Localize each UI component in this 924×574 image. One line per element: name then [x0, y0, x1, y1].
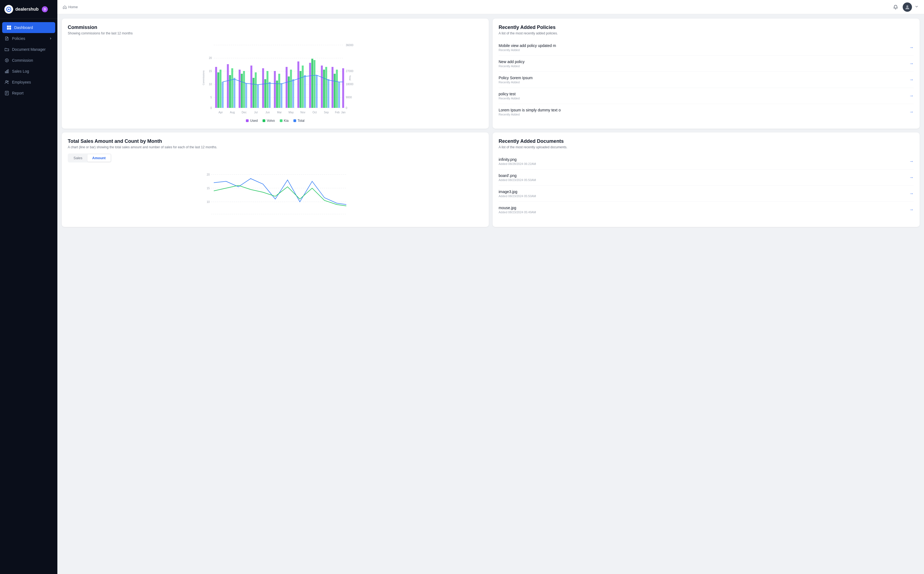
commission-chart-card: Commission Showing commissions for the l…	[62, 19, 489, 129]
logo-badge: D	[42, 6, 48, 12]
doc-item-2: image3.jpg Added 08/23/2024 05:50AM →	[499, 186, 914, 202]
svg-text:27000: 27000	[346, 69, 354, 73]
dashboard-content: Commission Showing commissions for the l…	[57, 14, 924, 574]
doc-arrow[interactable]: →	[909, 159, 914, 164]
svg-rect-10	[8, 69, 8, 73]
sidebar: dealershub D Dashboard Policies Document…	[0, 0, 57, 574]
svg-rect-63	[292, 79, 294, 108]
sidebar-item-label: Dashboard	[14, 25, 33, 30]
grid-icon	[6, 25, 11, 30]
svg-rect-48	[251, 66, 253, 108]
svg-text:20: 20	[207, 173, 210, 176]
tab-amount[interactable]: Amount	[87, 154, 111, 162]
logo-area: dealershub D	[0, 0, 57, 19]
doc-name: board'.png	[499, 173, 536, 178]
sales-tab-group: Sales Amount	[68, 153, 112, 162]
commission-legend: Used Volvo Kia Total	[68, 119, 483, 123]
policies-list: Mobile view add policy updated m Recentl…	[499, 39, 914, 120]
legend-kia: Kia	[280, 119, 289, 123]
policy-arrow[interactable]: →	[909, 77, 914, 82]
bar-chart-icon	[5, 69, 9, 74]
user-avatar[interactable]	[903, 2, 912, 12]
doc-arrow[interactable]: →	[909, 207, 914, 212]
svg-rect-78	[336, 69, 338, 108]
notification-bell[interactable]	[891, 3, 900, 11]
svg-rect-46	[243, 71, 245, 108]
sidebar-item-commission[interactable]: Commission	[0, 55, 57, 66]
svg-rect-71	[316, 75, 318, 108]
svg-point-17	[907, 5, 908, 7]
doc-arrow[interactable]: →	[909, 175, 914, 180]
policy-item-3: policy test Recently Added →	[499, 88, 914, 104]
svg-rect-74	[325, 67, 327, 108]
svg-text:15: 15	[207, 187, 210, 190]
legend-volvo-dot	[262, 119, 265, 122]
commission-subtitle: Showing commissions for the last 12 mont…	[68, 32, 483, 35]
sidebar-item-dashboard[interactable]: Dashboard	[2, 22, 55, 33]
doc-name: mouse.jpg	[499, 206, 536, 210]
svg-rect-65	[300, 71, 302, 108]
svg-rect-1	[7, 26, 9, 27]
sidebar-item-employees[interactable]: Employees	[0, 77, 57, 88]
policy-name: Lorem Ipsum is simply dummy text o	[499, 108, 561, 112]
svg-text:9000: 9000	[346, 96, 352, 99]
doc-date: Added 08/23/2024 05:50AM	[499, 178, 536, 181]
user-menu-chevron[interactable]	[915, 5, 919, 9]
sidebar-item-label: Report	[12, 91, 24, 95]
sidebar-item-label: Commission	[12, 58, 33, 63]
policy-arrow[interactable]: →	[909, 61, 914, 66]
svg-rect-49	[253, 78, 254, 108]
svg-rect-55	[269, 82, 271, 108]
svg-text:May: May	[289, 111, 294, 114]
chevron-right-icon	[48, 36, 53, 41]
tab-sales[interactable]: Sales	[69, 154, 87, 162]
svg-text:15: 15	[209, 69, 212, 73]
sidebar-item-label: Document Manager	[12, 47, 46, 52]
doc-arrow[interactable]: →	[909, 191, 914, 196]
policies-subtitle: A list of the most recently added polici…	[499, 32, 914, 35]
sidebar-item-report[interactable]: Report	[0, 88, 57, 99]
users-icon	[5, 80, 9, 85]
sidebar-item-policies[interactable]: Policies	[0, 33, 57, 44]
doc-date: Added 08/23/2024 05:49AM	[499, 211, 536, 214]
svg-text:Oct: Oct	[313, 111, 317, 114]
svg-text:10: 10	[207, 200, 210, 203]
sales-chart-card: Total Sales Amount and Count by Month A …	[62, 132, 489, 227]
svg-rect-9	[6, 71, 7, 73]
policy-name: policy test	[499, 92, 520, 96]
svg-rect-67	[304, 75, 306, 108]
file-icon	[5, 36, 9, 41]
breadcrumb: Home	[63, 5, 78, 9]
svg-point-12	[7, 81, 8, 82]
logo-text: dealershub	[15, 7, 38, 12]
sales-title: Total Sales Amount and Count by Month	[68, 139, 483, 144]
sidebar-item-sales-log[interactable]: Sales Log	[0, 66, 57, 77]
sidebar-item-document-manager[interactable]: Document Manager	[0, 44, 57, 55]
doc-item-1: board'.png Added 08/23/2024 05:50AM →	[499, 170, 914, 186]
svg-text:Jun: Jun	[265, 111, 270, 114]
doc-item-3: mouse.jpg Added 08/23/2024 05:49AM →	[499, 202, 914, 218]
svg-text:Apr: Apr	[219, 111, 223, 114]
svg-rect-75	[328, 79, 330, 108]
policy-tag: Recently Added	[499, 65, 524, 68]
policy-arrow[interactable]: →	[909, 93, 914, 98]
policy-arrow[interactable]: →	[909, 109, 914, 114]
svg-text:5: 5	[210, 96, 212, 99]
svg-text:20: 20	[209, 57, 212, 60]
policy-tag: Recently Added	[499, 48, 556, 52]
svg-rect-57	[276, 80, 278, 108]
commission-title: Commission	[68, 25, 483, 30]
topbar: Home	[57, 0, 924, 14]
svg-text:Nov: Nov	[300, 111, 305, 114]
policy-arrow[interactable]: →	[909, 45, 914, 50]
svg-rect-68	[309, 63, 311, 108]
svg-rect-66	[302, 66, 304, 108]
main-wrapper: Home Commission Showing commissions for …	[57, 0, 924, 574]
svg-rect-59	[281, 83, 283, 108]
svg-rect-38	[220, 69, 221, 108]
documents-title: Recently Added Documents	[499, 139, 914, 144]
svg-rect-43	[234, 78, 235, 108]
svg-rect-42	[231, 68, 233, 108]
svg-rect-36	[215, 67, 217, 108]
svg-text:Total: Total	[349, 75, 351, 80]
